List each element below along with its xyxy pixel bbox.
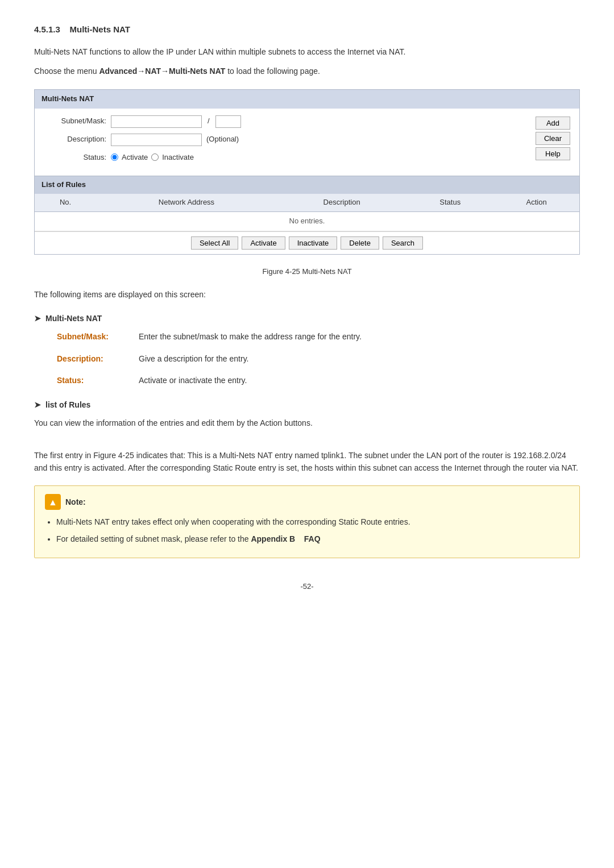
figure-caption: Figure 4-25 Multi-Nets NAT (34, 266, 580, 278)
add-button[interactable]: Add (536, 117, 570, 130)
no-entries-cell: No entries. (35, 211, 579, 231)
delete-button[interactable]: Delete (341, 236, 379, 250)
inactivate-radio[interactable] (151, 153, 159, 161)
description-row: Description: (Optional) (44, 134, 515, 146)
description-label: Description: (44, 134, 106, 146)
table-header-row: No. Network Address Description Status A… (35, 194, 579, 211)
note-box: ▲ Note: Multi-Nets NAT entry takes effec… (34, 485, 580, 558)
note-item-2: For detailed setting of subnet mask, ple… (56, 533, 569, 546)
subsection-label: Multi-Nets NAT (45, 312, 102, 325)
list-rules-label: list of Rules (45, 398, 90, 411)
list-of-rules-header: List of Rules (35, 176, 579, 194)
table-activate-button[interactable]: Activate (242, 236, 285, 250)
inactivate-label[interactable]: Inactivate (162, 152, 194, 164)
table-body: No entries. (35, 211, 579, 231)
list-rules-subsection-title: ➤ list of Rules (34, 398, 580, 411)
intro-paragraph: Multi-Nets NAT functions to allow the IP… (34, 45, 580, 58)
help-button[interactable]: Help (536, 147, 570, 160)
page-number: -52- (34, 581, 580, 593)
multi-nets-nat-subsection-title: ➤ Multi-Nets NAT (34, 312, 580, 325)
description-item: Description: Give a description for the … (34, 352, 580, 365)
table-head: No. Network Address Description Status A… (35, 194, 579, 211)
col-network-address: Network Address (96, 194, 277, 211)
status-item-label: Status: (57, 374, 125, 387)
subnet-label: Subnet/Mask: (44, 115, 106, 127)
subnet-mask-item: Subnet/Mask: Enter the subnet/mask to ma… (34, 330, 580, 343)
status-item-desc: Activate or inactivate the entry. (139, 374, 247, 387)
table-inactivate-button[interactable]: Inactivate (289, 236, 338, 250)
no-entries-row: No entries. (35, 211, 579, 231)
activate-label[interactable]: Activate (122, 152, 148, 164)
subnet-row: Subnet/Mask: / (44, 115, 515, 128)
note-item-1: Multi-Nets NAT entry takes effect only w… (56, 516, 569, 529)
status-radio-group: Activate Inactivate (111, 152, 194, 164)
activate-radio[interactable] (111, 153, 118, 161)
col-action: Action (493, 194, 579, 211)
warning-icon: ▲ (45, 494, 61, 510)
col-description: Description (277, 194, 406, 211)
subnet-mask-item-desc: Enter the subnet/mask to make the addres… (139, 330, 362, 343)
form-section: Subnet/Mask: / Description: (Optional) S… (44, 115, 570, 169)
description-item-label: Description: (57, 352, 125, 365)
status-item: Status: Activate or inactivate the entry… (34, 374, 580, 387)
arrow-marker-1: ➤ (34, 312, 41, 325)
clear-button[interactable]: Clear (536, 132, 570, 145)
col-status: Status (406, 194, 493, 211)
form-fields: Subnet/Mask: / Description: (Optional) S… (44, 115, 515, 169)
section-heading: 4.5.1.3 Multi-Nets NAT (34, 23, 580, 36)
list-rules-para2: The first entry in Figure 4-25 indicates… (34, 449, 580, 475)
table-footer: Select All Activate Inactivate Delete Se… (35, 231, 579, 254)
panel-body: Subnet/Mask: / Description: (Optional) S… (35, 109, 579, 176)
status-row: Status: Activate Inactivate (44, 152, 515, 164)
optional-text: (Optional) (206, 134, 239, 146)
subnet-mask-item-label: Subnet/Mask: (57, 330, 125, 343)
description-item-desc: Give a description for the entry. (139, 352, 249, 365)
menu-instruction: Choose the menu Advanced→NAT→Multi-Nets … (34, 65, 580, 77)
status-label: Status: (44, 152, 106, 164)
mask-input[interactable] (215, 115, 241, 128)
description-input[interactable] (111, 134, 202, 146)
search-button[interactable]: Search (383, 236, 423, 250)
panel-header: Multi-Nets NAT (35, 90, 579, 109)
subnet-input[interactable] (111, 115, 202, 128)
rules-table: No. Network Address Description Status A… (35, 194, 579, 231)
description-intro: The following items are displayed on thi… (34, 288, 580, 301)
arrow-marker-2: ➤ (34, 398, 41, 411)
note-header: ▲ Note: (45, 494, 569, 510)
note-list: Multi-Nets NAT entry takes effect only w… (45, 516, 569, 546)
list-rules-para1: You can view the information of the entr… (34, 417, 580, 429)
note-label: Note: (65, 496, 86, 508)
col-no: No. (35, 194, 96, 211)
side-buttons: Add Clear Help (536, 115, 570, 160)
slash-separator: / (206, 115, 211, 127)
select-all-button[interactable]: Select All (191, 236, 238, 250)
multi-nets-nat-panel: Multi-Nets NAT Subnet/Mask: / Descriptio… (34, 89, 580, 255)
description-section: The following items are displayed on thi… (34, 288, 580, 475)
